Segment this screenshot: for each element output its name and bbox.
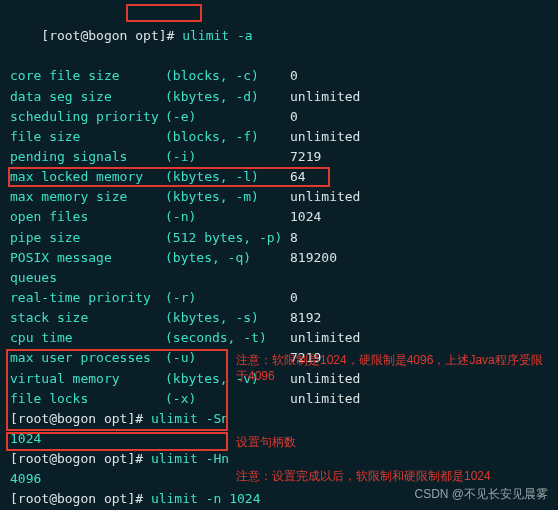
limit-row: max memory size(kbytes, -m)unlimited [10,187,548,207]
limit-row: real-time priority (-r)0 [10,288,548,308]
limit-row: pending signals (-i)7219 [10,147,548,167]
command: ulimit -a [182,28,252,43]
cmd-line: [root@bogon opt]# ulimit -Sn [10,409,548,429]
limit-row-open-files: open files (-n)1024 [10,207,548,227]
limit-row: max locked memory(kbytes, -l)64 [10,167,548,187]
note-3: 注意：设置完成以后，软限制和硬限制都是1024 [236,468,491,484]
limit-row: POSIX message queues (bytes, -q)819200 [10,248,548,288]
watermark: CSDN @不见长安见晨雾 [414,485,548,504]
note-2: 设置句柄数 [236,434,296,450]
cmd-line: [root@bogon opt]# ulimit -Hn [10,449,548,469]
note-1: 注意：软限制是1024，硬限制是4096，上述Java程序受限于4096 [236,352,550,384]
limit-row: data seg size(kbytes, -d)unlimited [10,87,548,107]
limit-row: pipe size(512 bytes, -p)8 [10,228,548,248]
limit-row: file locks (-x)unlimited [10,389,548,409]
prompt: [root@bogon opt]# [41,28,174,43]
limit-row: file size(blocks, -f)unlimited [10,127,548,147]
cmd-line-1: [root@bogon opt]# ulimit -a [10,6,548,66]
limit-row: cpu time(seconds, -t)unlimited [10,328,548,348]
limit-row: scheduling priority (-e)0 [10,107,548,127]
limit-row: core file size(blocks, -c)0 [10,66,548,86]
limit-row: stack size(kbytes, -s)8192 [10,308,548,328]
